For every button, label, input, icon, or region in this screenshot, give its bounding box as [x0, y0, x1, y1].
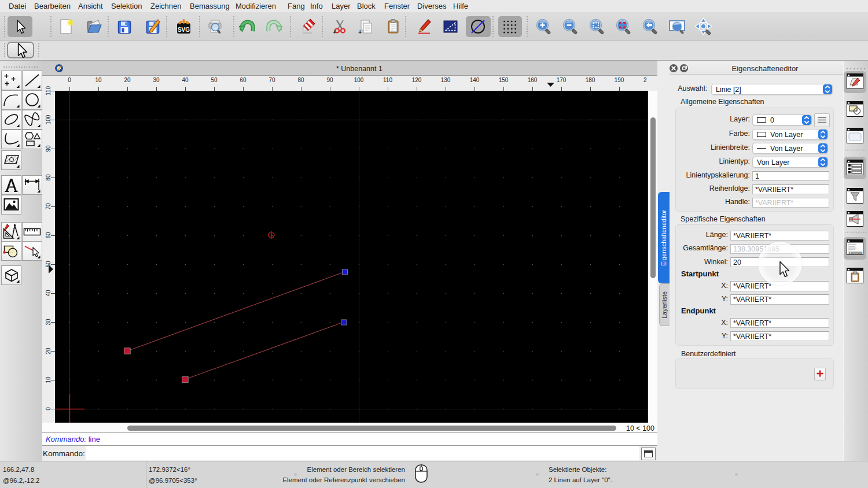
- svg-text:+: +: [333, 28, 336, 35]
- svg-text:c command: c command: [849, 252, 863, 254]
- svg-text:SVG: SVG: [178, 27, 190, 33]
- svg-text:+: +: [358, 28, 362, 35]
